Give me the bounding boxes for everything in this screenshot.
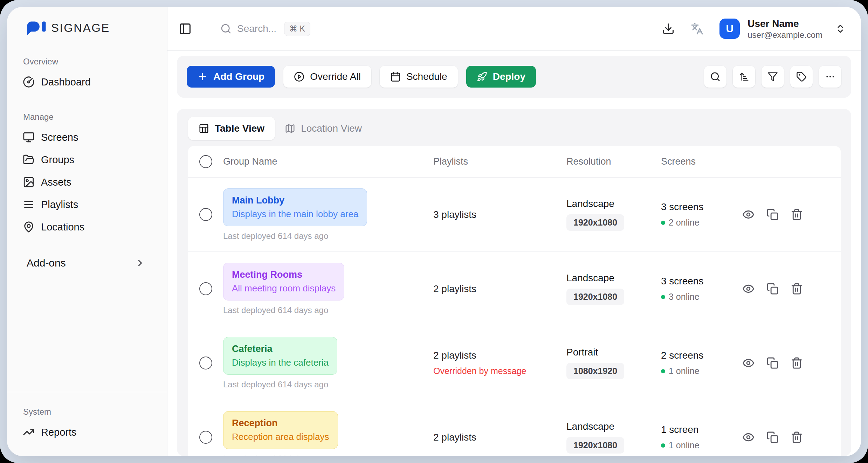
override-all-label: Override All: [310, 71, 361, 82]
user-info: User Name user@example.com: [748, 18, 822, 40]
sidebar-toggle-button[interactable]: [179, 22, 192, 35]
playlists-count: 2 playlists: [433, 283, 476, 294]
duplicate-group-button[interactable]: [766, 208, 779, 221]
language-button[interactable]: [691, 22, 703, 35]
sort-button[interactable]: [733, 66, 755, 88]
sidebar-item-locations[interactable]: Locations: [16, 216, 158, 238]
sidebar-item-screens[interactable]: Screens: [16, 126, 158, 148]
user-menu[interactable]: U User Name user@example.com: [719, 18, 846, 40]
schedule-button[interactable]: Schedule: [380, 66, 458, 88]
header-resolution: Resolution: [566, 156, 661, 167]
screens-cell: 1 screen 1 online: [661, 424, 735, 450]
list-icon: [23, 199, 35, 210]
nav-section-overview: Overview: [23, 57, 158, 67]
sidebar-item-reports[interactable]: Reports: [16, 421, 158, 443]
sidebar-item-playlists[interactable]: Playlists: [16, 193, 158, 216]
online-dot: [661, 369, 665, 373]
sidebar-item-assets[interactable]: Assets: [16, 171, 158, 193]
view-group-button[interactable]: [742, 357, 755, 369]
delete-group-button[interactable]: [791, 283, 803, 295]
group-cell: Reception Reception area displays Last d…: [223, 411, 433, 456]
user-name: User Name: [748, 18, 822, 30]
pisignage-logo-icon: [27, 21, 48, 35]
override-all-button[interactable]: Override All: [283, 66, 371, 88]
orientation: Landscape: [566, 272, 661, 284]
deploy-label: Deploy: [493, 71, 525, 82]
add-group-label: Add Group: [213, 71, 264, 82]
sidebar-item-dashboard[interactable]: Dashboard: [16, 71, 158, 93]
table-row: Meeting Rooms All meeting room displays …: [188, 252, 841, 326]
copy-icon: [766, 283, 779, 295]
sidebar-item-add-ons[interactable]: Add-ons: [16, 252, 158, 274]
group-card[interactable]: Reception Reception area displays: [223, 411, 338, 449]
tab-label: Location View: [301, 123, 362, 134]
group-cell: Main Lobby Displays in the main lobby ar…: [223, 188, 433, 241]
tags-button[interactable]: [790, 66, 813, 88]
group-cell: Meeting Rooms All meeting room displays …: [223, 263, 433, 315]
chevrons-up-down-icon: [835, 23, 846, 34]
row-checkbox[interactable]: [199, 431, 212, 444]
row-checkbox[interactable]: [199, 357, 212, 369]
last-deployed: Last deployed 614 days ago: [223, 380, 433, 389]
group-card[interactable]: Main Lobby Displays in the main lobby ar…: [223, 188, 367, 226]
nav-section-system: System: [23, 407, 158, 417]
map-icon: [285, 123, 295, 134]
brand-logo: SIGNAGE: [7, 7, 167, 35]
sidebar-item-groups[interactable]: Groups: [16, 148, 158, 171]
header-screens: Screens: [661, 156, 735, 167]
tab-table-view[interactable]: Table View: [188, 117, 275, 140]
group-name: Meeting Rooms: [232, 269, 336, 280]
playlists-count: 2 playlists: [433, 432, 476, 443]
duplicate-group-button[interactable]: [766, 431, 779, 443]
rocket-icon: [477, 71, 487, 82]
add-group-button[interactable]: Add Group: [187, 66, 275, 88]
group-card[interactable]: Meeting Rooms All meeting room displays: [223, 263, 344, 300]
sidebar-nav: Overview Dashboard Manage Screens Groups…: [7, 35, 167, 238]
online-dot: [661, 295, 665, 299]
search-groups-button[interactable]: [704, 66, 726, 88]
groups-table: Group Name Playlists Resolution Screens …: [188, 146, 841, 456]
global-search[interactable]: Search... ⌘ K: [220, 22, 310, 36]
row-actions: [735, 208, 841, 221]
group-name: Reception: [232, 418, 329, 429]
view-group-button[interactable]: [742, 431, 755, 443]
brand-logo-text: SIGNAGE: [51, 21, 110, 35]
row-checkbox[interactable]: [199, 208, 212, 221]
screens-count: 3 screens: [661, 276, 735, 287]
table-header-row: Group Name Playlists Resolution Screens: [188, 146, 841, 178]
filter-button[interactable]: [762, 66, 784, 88]
select-all-checkbox[interactable]: [199, 155, 212, 168]
duplicate-group-button[interactable]: [766, 357, 779, 369]
tab-location-view[interactable]: Location View: [285, 117, 362, 140]
duplicate-group-button[interactable]: [766, 283, 779, 295]
row-actions: [735, 357, 841, 369]
eye-icon: [742, 357, 755, 369]
deploy-button[interactable]: Deploy: [466, 66, 536, 88]
view-group-button[interactable]: [742, 283, 755, 295]
resolution-cell: Landscape 1920x1080: [566, 272, 661, 305]
delete-group-button[interactable]: [791, 357, 803, 369]
copy-icon: [766, 208, 779, 221]
eye-icon: [742, 283, 755, 295]
screens-cell: 2 screens 1 online: [661, 350, 735, 376]
online-count: 2 online: [669, 217, 700, 228]
view-group-button[interactable]: [742, 208, 755, 221]
sidebar-item-label: Playlists: [41, 199, 78, 210]
trending-up-icon: [23, 426, 35, 438]
sidebar-item-label: Reports: [41, 427, 77, 438]
download-button[interactable]: [662, 22, 675, 35]
group-card[interactable]: Cafeteria Displays in the cafeteria: [223, 337, 337, 375]
monitor-icon: [23, 131, 35, 143]
row-checkbox[interactable]: [199, 282, 212, 295]
online-count: 1 online: [669, 440, 700, 450]
screens-cell: 3 screens 3 online: [661, 276, 735, 302]
group-description: Reception area displays: [232, 431, 329, 442]
chevron-right-icon: [135, 258, 145, 268]
header-group-name: Group Name: [223, 156, 433, 167]
more-options-button[interactable]: [819, 66, 841, 88]
screens-count: 2 screens: [661, 350, 735, 361]
delete-group-button[interactable]: [791, 431, 803, 443]
delete-group-button[interactable]: [791, 208, 803, 221]
play-circle-icon: [294, 71, 304, 82]
eye-icon: [742, 208, 755, 221]
